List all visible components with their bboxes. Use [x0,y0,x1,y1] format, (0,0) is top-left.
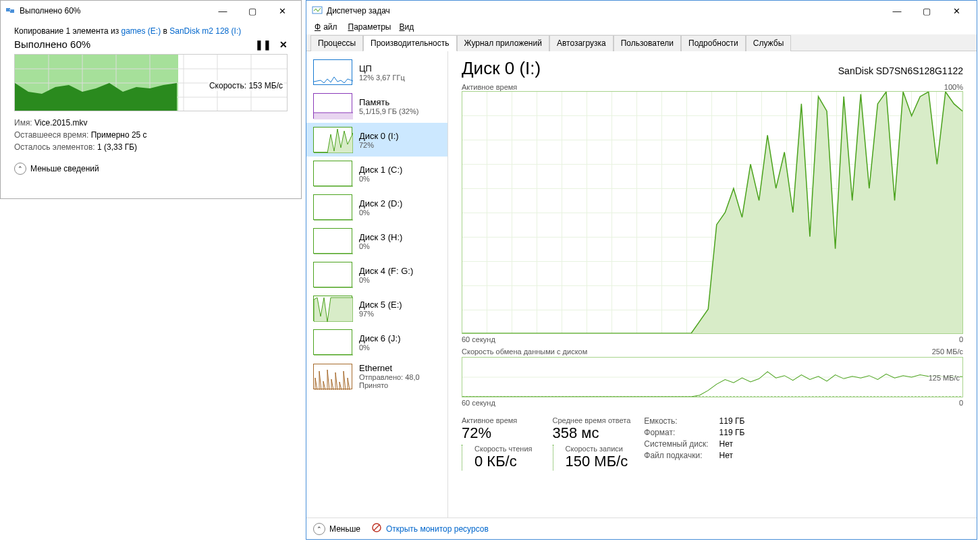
copy-window-icon [5,5,16,16]
tab-пользователи[interactable]: Пользователи [614,35,681,51]
sidebar-thumb-icon [313,329,352,355]
prop-capacity-value: 119 ГБ [719,416,745,426]
tab-автозагрузка[interactable]: Автозагрузка [549,35,614,51]
sidebar-item-sub: Отправлено: 48,0 Принято [359,373,441,389]
prop-sysdisk-value: Нет [719,439,745,449]
copy-metadata: Имя: Vice.2015.mkv Оставшееся время: При… [14,117,288,153]
sidebar-item-title: Диск 0 (I:) [359,131,399,141]
sidebar-item-sub: 97% [359,310,402,318]
sidebar-thumb-icon [313,296,352,321]
prop-pagefile-value: Нет [719,451,745,460]
tm-titlebar: Диспетчер задач — ▢ ✕ [306,1,977,21]
chart2-mid: 125 МБ/с [929,374,960,382]
source-link[interactable]: games (E:) [121,26,161,36]
sidebar-item-4[interactable]: Диск 2 (D:)0% [306,190,447,224]
menu-view[interactable]: Вид [396,21,416,34]
tab-производительность[interactable]: Производительность [363,35,456,51]
sidebar-item-6[interactable]: Диск 4 (F: G:)0% [306,258,447,291]
tm-sidebar: ЦП12% 3,67 ГГцПамять5,1/15,9 ГБ (32%)Дис… [306,51,448,518]
sidebar-item-title: Диск 2 (D:) [359,198,402,208]
fewer-details-button[interactable]: ⌃ Меньше сведений [14,163,288,175]
sidebar-item-title: Диск 4 (F: G:) [359,266,413,276]
stat-avg-response-label: Среднее время ответа [553,416,631,424]
sidebar-item-sub: 0% [359,208,402,217]
stat-active-time-label: Активное время [462,416,533,424]
fewer-details-button[interactable]: ⌃ Меньше [313,523,360,535]
sidebar-item-sub: 0% [359,242,402,250]
copy-speed-chart: Скорость: 153 МБ/с [14,54,288,111]
tm-tabs: ПроцессыПроизводительностьЖурнал приложе… [306,34,977,51]
sidebar-item-title: Диск 1 (C:) [359,165,402,175]
minimize-button[interactable]: — [208,1,238,21]
sidebar-item-3[interactable]: Диск 1 (C:)0% [306,157,447,190]
disk-model: SanDisk SD7SN6S128G1122 [838,65,963,76]
chevron-up-icon: ⌃ [313,523,325,535]
menu-options[interactable]: Параметры [346,21,394,34]
copy-description: Копирование 1 элемента из games (E:) в S… [14,26,288,36]
sidebar-thumb-icon [313,262,352,287]
tab-процессы[interactable]: Процессы [310,35,363,51]
tm-minimize-button[interactable]: — [882,1,912,21]
open-resource-monitor-link[interactable]: Открыть монитор ресурсов [386,524,489,534]
copy-speed-label: Скорость: 153 МБ/с [208,80,284,91]
sidebar-item-1[interactable]: Память5,1/15,9 ГБ (32%) [306,89,447,123]
stat-write-label: Скорость записи [566,445,631,453]
copy-window-title: Выполнено 60% [20,6,208,16]
sidebar-item-sub: 5,1/15,9 ГБ (32%) [359,107,418,115]
task-manager-window: Диспетчер задач — ▢ ✕ Файл Параметры Вид… [306,0,977,540]
close-button[interactable]: ✕ [267,1,297,21]
sidebar-item-2[interactable]: Диск 0 (I:)72% [306,123,447,157]
chart2-label: Скорость обмена данными с диском [462,347,587,356]
menu-file[interactable]: Файл [312,21,343,34]
tm-main-panel: Диск 0 (I:) SanDisk SD7SN6S128G1122 Акти… [448,51,977,518]
sidebar-item-title: Память [359,97,418,107]
maximize-button[interactable]: ▢ [238,1,267,21]
sidebar-item-8[interactable]: Диск 6 (J:)0% [306,325,447,359]
stat-write-value: 150 МБ/с [566,453,631,470]
dest-link[interactable]: SanDisk m2 128 (I:) [169,26,241,36]
prop-sysdisk-label: Системный диск: [644,439,708,449]
chart1-xleft: 60 секунд [462,335,495,343]
tm-close-button[interactable]: ✕ [942,1,971,21]
chart2-max: 250 МБ/с [932,347,963,356]
sidebar-thumb-icon [313,59,352,85]
sidebar-item-9[interactable]: EthernetОтправлено: 48,0 Принято [306,359,447,393]
sidebar-item-title: Ethernet [359,363,441,373]
prop-pagefile-label: Файл подкачки: [644,451,708,460]
chart1-label: Активное время [462,83,517,91]
sidebar-thumb-icon [313,93,352,119]
sidebar-item-sub: 72% [359,141,399,149]
chart2-ymin: 0 [959,399,963,407]
tm-footer: ⌃ Меньше Открыть монитор ресурсов [306,518,977,539]
sidebar-thumb-icon [313,228,352,254]
pause-button[interactable]: ❚❚ [255,39,271,50]
sidebar-item-sub: 12% 3,67 ГГц [359,74,405,82]
tab-журнал приложений[interactable]: Журнал приложений [457,35,549,51]
chart2-xleft: 60 секунд [462,399,495,407]
chevron-up-icon: ⌃ [14,163,26,175]
sidebar-item-0[interactable]: ЦП12% 3,67 ГГц [306,55,447,89]
tab-службы[interactable]: Службы [746,35,791,51]
chart1-ymin: 0 [959,335,963,343]
sidebar-item-sub: 0% [359,343,400,352]
prop-formatted-label: Формат: [644,428,708,437]
tab-подробности[interactable]: Подробности [681,35,746,51]
sidebar-thumb-icon [313,161,352,186]
sidebar-item-title: Диск 3 (H:) [359,232,402,242]
cancel-button[interactable]: ✕ [279,39,288,50]
tm-maximize-button[interactable]: ▢ [912,1,942,21]
sidebar-item-sub: 0% [359,175,402,183]
tm-menubar: Файл Параметры Вид [306,21,977,34]
svg-rect-1 [10,9,14,13]
chart1-max: 100% [944,83,963,91]
task-manager-icon [312,5,323,18]
copy-titlebar: Выполнено 60% — ▢ ✕ [1,1,301,21]
copy-progress-title: Выполнено 60% [14,38,90,50]
svg-line-23 [374,525,379,530]
sidebar-item-7[interactable]: Диск 5 (E:)97% [306,291,447,325]
resmon-icon [371,522,382,535]
prop-capacity-label: Емкость: [644,416,708,426]
stat-read-label: Скорость чтения [474,445,533,453]
sidebar-item-5[interactable]: Диск 3 (H:)0% [306,224,447,258]
sidebar-item-title: Диск 6 (J:) [359,333,400,343]
